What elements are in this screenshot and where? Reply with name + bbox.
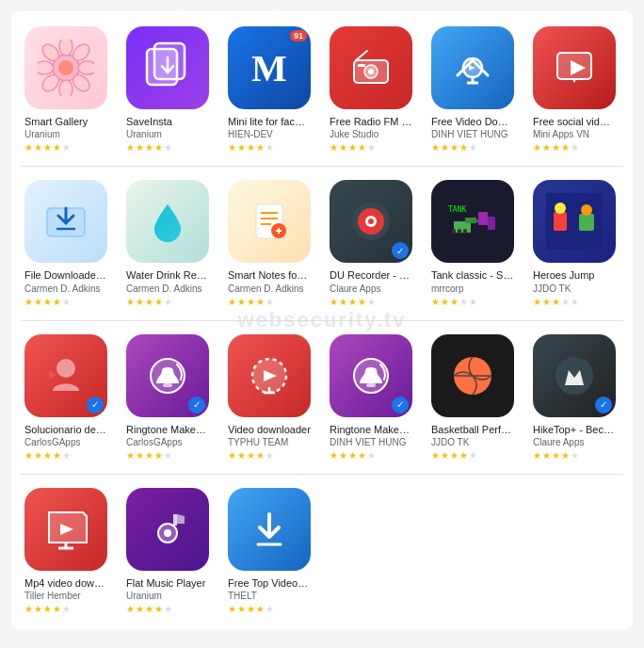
star: ★	[237, 142, 246, 153]
app-card-hiketop[interactable]: ✓HikeTop+ - Becomi...Claure Apps★★★★★	[529, 329, 623, 466]
app-card-tank[interactable]: TANK Tank classic - Supe...mrrcorp★★★★★	[427, 174, 522, 312]
star: ★	[145, 142, 153, 153]
app-card-ringtone1[interactable]: ✓Ringtone Maker 20...CarlosGApps★★★★★	[122, 329, 217, 466]
star-rating: ★★★★★	[431, 142, 477, 153]
app-dev-ringtone2: DINH VIET HUNG	[330, 437, 407, 447]
app-icon-videodownloader2	[228, 334, 311, 417]
svg-point-1	[78, 61, 94, 74]
app-icon-mp4	[24, 488, 107, 571]
app-card-heroes[interactable]: Heroes JumpJJDO TK★★★★★	[529, 174, 623, 312]
star: ★	[367, 297, 376, 307]
app-card-basketball[interactable]: Basketball Perfect...JJDO TK★★★★★	[427, 329, 522, 466]
app-card-mp4[interactable]: Mp4 video downlo...Tiller Hember★★★★★	[21, 482, 115, 620]
app-dev-smartnotes: Carmen D. Adkins	[228, 284, 304, 294]
app-name-filedownloader: File Downloader fo...	[24, 268, 107, 282]
app-dev-freesocial: Mini Apps VN	[533, 129, 589, 139]
app-card-waterdrink[interactable]: Water Drink Remin...Carmen D. Adkins★★★★…	[122, 174, 217, 312]
svg-rect-44	[488, 217, 495, 230]
star: ★	[43, 450, 52, 461]
star: ★	[164, 450, 172, 461]
star-rating: ★★★★★	[228, 142, 274, 153]
star: ★	[571, 297, 579, 307]
app-icon-freetop	[228, 488, 311, 571]
svg-point-5	[38, 61, 54, 74]
app-name-hiketop: HikeTop+ - Becomi...	[533, 423, 616, 436]
app-dev-ringtone1: CarlosGApps	[126, 437, 182, 447]
star: ★	[164, 297, 172, 307]
app-name-durecorder: DU Recorder - Scre...	[330, 268, 412, 282]
star: ★	[450, 142, 459, 153]
svg-line-16	[356, 51, 367, 60]
app-name-mp4: Mp4 video downlo...	[24, 576, 107, 590]
app-card-freetop[interactable]: Free Top Video Do...THELT★★★★★	[224, 482, 318, 620]
app-icon-minilite: M91	[228, 26, 311, 109]
app-card-freevideo[interactable]: Free Video Downlo...DINH VIET HUNG★★★★★	[427, 21, 522, 158]
star: ★	[53, 142, 61, 153]
star: ★	[136, 604, 144, 614]
star-rating: ★★★★★	[228, 297, 274, 307]
star: ★	[339, 297, 347, 307]
star: ★	[348, 450, 357, 461]
star: ★	[533, 142, 541, 153]
star: ★	[145, 604, 153, 614]
star: ★	[126, 604, 135, 614]
svg-rect-43	[478, 212, 488, 225]
star-rating: ★★★★★	[24, 604, 71, 614]
star: ★	[136, 450, 144, 461]
svg-point-47	[555, 202, 566, 214]
app-name-freesocial: Free social video d...	[533, 115, 616, 128]
app-dev-freetop: THELT	[228, 591, 257, 601]
star: ★	[43, 297, 52, 307]
verified-badge-solucionario: ✓	[87, 397, 104, 413]
svg-rect-41	[458, 229, 461, 234]
star-rating: ★★★★★	[228, 604, 274, 614]
star: ★	[266, 142, 274, 153]
star-rating: ★★★★★	[533, 450, 579, 461]
app-card-videodownloader2[interactable]: Video downloaderTYPHU TEAM★★★★★	[224, 329, 318, 466]
app-card-freeradio[interactable]: Free Radio FM Onl...Juke Studio★★★★★	[326, 21, 420, 158]
star-rating: ★★★★★	[431, 450, 477, 461]
star: ★	[53, 297, 61, 307]
app-card-saveinsta[interactable]: SaveInstaUranium★★★★★	[122, 21, 217, 158]
svg-rect-15	[358, 64, 365, 67]
app-dev-minilite: HIEN-DEV	[228, 129, 273, 139]
app-card-smartnotes[interactable]: Smart Notes for Yo...Carmen D. Adkins★★★…	[224, 174, 318, 312]
app-name-videodownloader2: Video downloader	[228, 423, 311, 436]
star: ★	[552, 450, 560, 461]
star: ★	[247, 450, 255, 461]
svg-point-9	[58, 60, 73, 75]
svg-rect-11	[154, 43, 185, 79]
app-card-ringtone2[interactable]: ✓Ringtone Maker Pi...DINH VIET HUNG★★★★★	[326, 329, 420, 466]
star: ★	[571, 450, 579, 461]
star: ★	[431, 142, 440, 153]
app-name-tank: Tank classic - Supe...	[431, 268, 514, 282]
star: ★	[136, 142, 144, 153]
badge-minilite: 91	[290, 30, 307, 41]
star: ★	[164, 604, 172, 614]
star: ★	[256, 450, 265, 461]
app-name-smartnotes: Smart Notes for Yo...	[228, 268, 311, 282]
star-rating: ★★★★★	[126, 142, 172, 153]
app-dev-durecorder: Claure Apps	[330, 284, 380, 294]
star-rating: ★★★★★	[330, 297, 376, 307]
app-name-freetop: Free Top Video Do...	[228, 576, 311, 590]
star: ★	[367, 142, 376, 153]
app-card-minilite[interactable]: M91Mini lite for facebo...HIEN-DEV★★★★★	[224, 21, 318, 158]
star: ★	[330, 297, 338, 307]
svg-rect-40	[452, 229, 456, 234]
app-card-durecorder[interactable]: ✓DU Recorder - Scre...Claure Apps★★★★★	[326, 174, 420, 312]
app-icon-saveinsta	[126, 26, 209, 109]
app-card-flatmusic[interactable]: Flat Music PlayerUranium★★★★★	[122, 482, 217, 620]
app-name-smart-gallery: Smart Gallery	[24, 115, 88, 128]
star: ★	[237, 450, 246, 461]
star: ★	[542, 142, 551, 153]
app-dev-waterdrink: Carmen D. Adkins	[126, 284, 202, 294]
app-card-filedownloader[interactable]: File Downloader fo...Carmen D. Adkins★★★…	[21, 174, 115, 312]
app-card-freesocial[interactable]: Free social video d...Mini Apps VN★★★★★	[529, 21, 623, 158]
svg-rect-42	[463, 229, 467, 234]
app-dev-heroes: JJDO TK	[533, 284, 571, 294]
app-card-solucionario[interactable]: ✓Solucionario de Ba...CarlosGApps★★★★★	[21, 329, 115, 466]
app-card-smart-gallery[interactable]: Smart GalleryUranium★★★★★	[21, 21, 115, 158]
app-icon-durecorder: ✓	[330, 180, 412, 263]
star: ★	[62, 604, 71, 614]
